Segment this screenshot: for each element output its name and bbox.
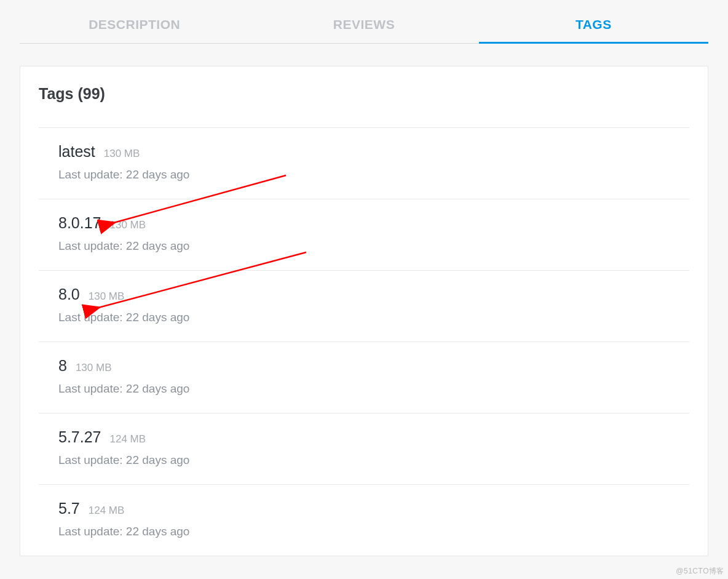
tag-size: 130 MB: [76, 362, 112, 374]
tag-row[interactable]: 5.7.27 124 MB Last update: 22 days ago: [39, 413, 689, 484]
tag-row[interactable]: 5.7 124 MB Last update: 22 days ago: [39, 485, 689, 556]
tag-row[interactable]: 8 130 MB Last update: 22 days ago: [39, 342, 689, 413]
tag-size: 130 MB: [89, 290, 125, 303]
tag-name: 8.0: [58, 286, 80, 303]
tag-update: Last update: 22 days ago: [58, 525, 689, 538]
tags-card: Tags (99) latest 130 MB Last update: 22 …: [20, 66, 708, 556]
tag-name: 5.7.27: [58, 428, 101, 446]
tag-row[interactable]: 8.0 130 MB Last update: 22 days ago: [39, 271, 689, 341]
tag-size: 130 MB: [110, 219, 146, 231]
tag-row[interactable]: latest 130 MB Last update: 22 days ago: [39, 128, 689, 199]
tag-update: Last update: 22 days ago: [58, 311, 689, 324]
watermark: @51CTO博客: [676, 566, 724, 577]
tag-row[interactable]: 8.0.17 130 MB Last update: 22 days ago: [39, 199, 689, 270]
tag-name: 5.7: [58, 500, 80, 517]
tab-bar: DESCRIPTION REVIEWS TAGS: [20, 0, 708, 44]
tab-reviews[interactable]: REVIEWS: [249, 6, 478, 43]
tag-size: 124 MB: [110, 433, 146, 445]
tag-name: latest: [58, 143, 95, 161]
tag-name: 8.0.17: [58, 214, 101, 232]
tag-size: 130 MB: [104, 148, 140, 160]
tab-description[interactable]: DESCRIPTION: [20, 6, 249, 43]
tag-size: 124 MB: [89, 505, 125, 517]
tag-update: Last update: 22 days ago: [58, 382, 689, 396]
tag-update: Last update: 22 days ago: [58, 453, 689, 467]
tag-list: latest 130 MB Last update: 22 days ago 8…: [20, 127, 708, 556]
tag-update: Last update: 22 days ago: [58, 239, 689, 253]
tag-name: 8: [58, 357, 67, 375]
tab-tags[interactable]: TAGS: [479, 6, 708, 43]
tag-update: Last update: 22 days ago: [58, 168, 689, 182]
tags-title: Tags (99): [20, 85, 708, 127]
